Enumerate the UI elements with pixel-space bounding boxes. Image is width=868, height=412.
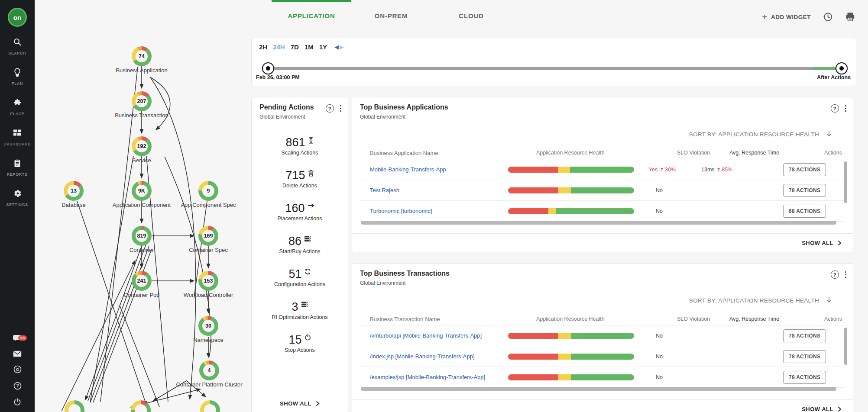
history-icon[interactable] (822, 11, 833, 23)
up-arrow-icon: ↑ (660, 167, 664, 173)
range-1y[interactable]: 1Y (319, 43, 327, 51)
g-circle-icon[interactable]: G (13, 365, 22, 375)
mail-icon[interactable] (13, 351, 22, 359)
stat-delete[interactable]: 715 Delete Actions (252, 169, 348, 189)
kebab-menu-icon[interactable] (845, 271, 847, 278)
time-steppers: ◀ ▶ (334, 44, 344, 50)
help-icon[interactable]: ? (13, 382, 22, 392)
kebab-menu-icon[interactable] (845, 105, 847, 112)
panel-subtitle: Global Environment (360, 114, 846, 120)
actions-button[interactable]: 78 ACTIONS (783, 184, 826, 197)
sidebar-bottom: 53 G ? (0, 335, 35, 408)
range-7d[interactable]: 7D (291, 43, 299, 51)
tab-application[interactable]: APPLICATION (288, 12, 335, 19)
node-business-transaction[interactable]: 207 Business Transaction (102, 91, 181, 119)
sort-by-label: SORT BY: APPLICATION RESOURCE HEALTH (689, 297, 819, 304)
time-slider-track[interactable] (268, 67, 842, 70)
sidebar-item-dashboard[interactable]: DASHBOARD (0, 122, 35, 152)
stat-stop[interactable]: 15 Stop Actions (252, 334, 348, 353)
stat-placement[interactable]: 160 Placement Actions (252, 202, 348, 222)
clipboard-icon (13, 158, 22, 170)
vertical-scrollbar[interactable] (844, 161, 847, 203)
apps-show-all-button[interactable]: SHOW ALL (352, 233, 853, 252)
time-slider-start-handle[interactable] (262, 62, 274, 74)
table-row: Turbonomic [turbonomic] No 68 ACTIONS (361, 201, 844, 222)
actions-button[interactable]: 78 ACTIONS (783, 350, 826, 363)
sidebar-item-place[interactable]: PLACE (0, 92, 35, 122)
range-2h[interactable]: 2H (259, 43, 267, 51)
top-business-applications-panel: Top Business Applications ? Global Envir… (352, 97, 853, 252)
stat-configuration[interactable]: 51 Configuration Actions (252, 268, 348, 287)
sidebar-item-label: REPORTS (7, 172, 28, 177)
pending-show-all-button[interactable]: SHOW ALL (252, 394, 348, 412)
node-partial[interactable] (200, 400, 220, 412)
help-circle-icon[interactable]: ? (326, 104, 334, 113)
horizontal-scrollbar[interactable] (361, 221, 836, 225)
table-body: /vmturbo/api [Mobile-Banking-Transfers-A… (361, 325, 844, 388)
server-icon (301, 301, 308, 308)
panel-title: Top Business Applications (360, 103, 846, 111)
time-slider-end-handle[interactable] (836, 62, 848, 74)
add-widget-button[interactable]: + ADD WIDGET (762, 13, 811, 21)
node-app-component-spec[interactable]: 9 App Component Spec (168, 181, 248, 208)
stat-start-buy[interactable]: 86 Start/Buy Actions (252, 235, 348, 254)
horizontal-scrollbar[interactable] (361, 387, 836, 391)
time-range-buttons: 2H 24H 7D 1M 1Y ◀ ▶ (259, 43, 344, 51)
txns-show-all-button[interactable]: SHOW ALL (352, 399, 853, 412)
puzzle-icon (13, 98, 22, 109)
help-circle-icon[interactable]: ? (831, 104, 839, 113)
sidebar-item-label: PLAN (12, 81, 23, 86)
tab-cloud[interactable]: CLOUD (459, 12, 483, 19)
business-app-link[interactable]: Turbonomic [turbonomic] (370, 208, 432, 214)
time-step-back-icon[interactable]: ◀ (334, 44, 339, 50)
chat-icon[interactable]: 53 (13, 335, 22, 344)
stat-ri-optimization[interactable]: 3 RI Optimization Actions (252, 301, 348, 320)
plus-icon: + (762, 13, 768, 21)
time-step-forward-icon[interactable]: ▶ (340, 44, 344, 50)
slider-start-label: Feb 26, 03:00 PM (256, 74, 300, 80)
actions-button[interactable]: 78 ACTIONS (783, 371, 826, 384)
range-1m[interactable]: 1M (304, 43, 314, 51)
stat-scaling[interactable]: 861 Scaling Actions (252, 136, 348, 156)
help-circle-icon[interactable]: ? (831, 270, 839, 279)
server-icon (304, 235, 311, 242)
node-workload-controller[interactable]: 153 Workload Controller (168, 271, 248, 298)
node-container-platform-cluster[interactable]: 4 Container Platform Cluster (169, 360, 249, 388)
business-txn-link[interactable]: /index.jsp [Mobile-Banking-Transfers-App… (370, 353, 475, 360)
sort-by-control[interactable]: SORT BY: APPLICATION RESOURCE HEALTH (689, 130, 832, 138)
node-service[interactable]: 192 Service (102, 136, 181, 164)
business-app-link[interactable]: Mobile-Banking-Transfers-App (370, 166, 446, 173)
actions-button[interactable]: 68 ACTIONS (783, 205, 826, 218)
node-partial[interactable] (131, 400, 151, 412)
kebab-menu-icon[interactable] (340, 105, 342, 112)
health-donut: 241 (132, 271, 152, 291)
actions-button[interactable]: 78 ACTIONS (783, 329, 826, 342)
node-partial[interactable] (65, 400, 84, 412)
print-icon[interactable] (845, 11, 856, 23)
sidebar-item-reports[interactable]: REPORTS (0, 152, 35, 183)
vertical-scrollbar[interactable] (844, 328, 847, 365)
business-txn-link[interactable]: /vmturbo/api [Mobile-Banking-Transfers-A… (370, 332, 482, 339)
range-24h[interactable]: 24H (273, 43, 285, 51)
sort-by-label: SORT BY: APPLICATION RESOURCE HEALTH (689, 131, 819, 138)
panel-subtitle: Global Environment (360, 280, 846, 286)
table-header: Business Application Name Application Re… (361, 147, 844, 159)
power-icon[interactable] (13, 398, 21, 408)
actions-button[interactable]: 78 ACTIONS (783, 163, 826, 176)
node-business-application[interactable]: 74 Business Application (102, 46, 181, 74)
sidebar-item-search[interactable]: SEARCH (0, 31, 35, 61)
business-txn-link[interactable]: /examples/jsp [Mobile-Banking-Transfers-… (370, 374, 485, 380)
sidebar-item-label: DASHBOARD (4, 142, 31, 146)
business-app-link[interactable]: Test Rajesh (370, 187, 399, 193)
timebar-card: 2H 24H 7D 1M 1Y ◀ ▶ Feb 26, 03:00 PM Aft… (251, 38, 856, 86)
node-container-spec[interactable]: 169 Container Spec (168, 226, 248, 253)
sidebar-item-settings[interactable]: SETTINGS (0, 183, 35, 213)
turbonomic-logo[interactable]: on (8, 8, 27, 27)
chevron-right-icon (838, 240, 842, 246)
sort-by-control[interactable]: SORT BY: APPLICATION RESOURCE HEALTH (689, 296, 832, 304)
node-namespace[interactable]: 30 Namespace (168, 316, 248, 343)
sidebar-item-plan[interactable]: PLAN (0, 61, 35, 92)
table-body: Mobile-Banking-Transfers-App Yes↑30% 13m… (361, 159, 844, 222)
health-donut: 169 (198, 226, 218, 246)
tab-on-prem[interactable]: ON-PREM (375, 12, 408, 19)
